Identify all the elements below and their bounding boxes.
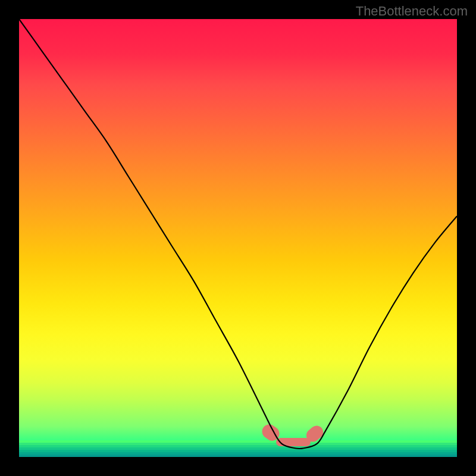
watermark-text: TheBottleneck.com [356,4,468,19]
plot-area [19,19,457,457]
curve-path [19,19,457,449]
bottleneck-curve [19,19,457,457]
chart-container: TheBottleneck.com [0,0,476,476]
